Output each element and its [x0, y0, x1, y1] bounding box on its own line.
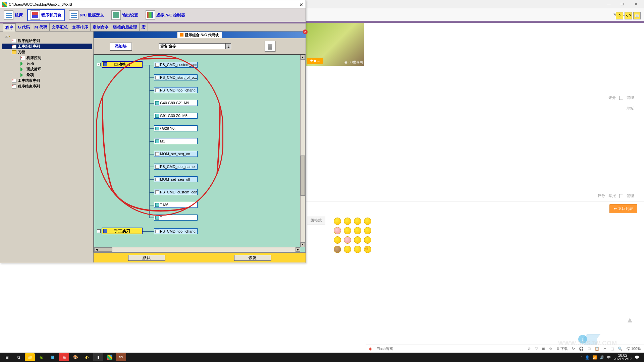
tree-item[interactable]: 机床控制 — [2, 55, 92, 61]
command-block[interactable]: / G28 Y0. — [154, 125, 198, 131]
manage-checkbox-2[interactable] — [619, 194, 623, 198]
tree-item[interactable]: 运动 — [2, 61, 92, 66]
command-block[interactable]: MOM_set_seq_on — [154, 151, 198, 157]
bg-maximize-button[interactable]: ☐ — [619, 2, 626, 7]
toolbar-machine[interactable]: 机床 — [1, 9, 26, 21]
vertical-scrollbar[interactable]: ▲ ▼ — [300, 55, 305, 247]
tree-item[interactable]: 工序起始序列 — [2, 44, 92, 49]
command-block[interactable]: PB_CMD_tool_chang... — [154, 87, 198, 93]
tray-chevron-icon[interactable]: ^ — [581, 355, 582, 359]
status-icon[interactable]: ⊞ — [542, 347, 545, 351]
report-label[interactable]: 举报 — [608, 193, 616, 198]
toolbar-virtual-nc[interactable]: 虚拟 N/C 控制器 — [143, 9, 189, 21]
thumbnail-image[interactable]: ★★… ◉ 3D世界网 — [305, 23, 364, 66]
command-block[interactable]: G40 G80 G21 M9 — [154, 100, 198, 106]
bg-minimize-button[interactable]: — — [605, 2, 612, 7]
taskbar-app[interactable]: ◐ — [82, 353, 92, 361]
tray-people-icon[interactable]: 👤 — [585, 355, 590, 360]
event-block[interactable]: 手工换刀 — [102, 228, 143, 234]
rating-label[interactable]: 评分 — [608, 95, 616, 100]
emoji-icon[interactable] — [344, 227, 351, 234]
subtab-program[interactable]: 程序 — [3, 23, 16, 32]
command-block[interactable]: PB_CMD_custom_com... — [154, 62, 198, 68]
taskbar-app[interactable]: ▮ — [93, 353, 103, 361]
horizontal-scrollbar[interactable]: ◀▶ — [94, 247, 300, 252]
taskbar-app[interactable]: 📁 — [25, 353, 35, 361]
tray-wifi-icon[interactable]: 📶 — [592, 355, 597, 360]
tree-item[interactable]: 杂项 — [2, 72, 92, 78]
subtab-mcode[interactable]: M 代码 — [32, 23, 49, 31]
emoji-icon[interactable] — [344, 218, 351, 225]
emoji-icon[interactable] — [364, 227, 371, 234]
tray-volume-icon[interactable]: 🔊 — [600, 355, 604, 360]
pointer-help-icon[interactable]: ↖? — [625, 12, 632, 19]
tree-item[interactable]: 工序结束序列 — [2, 78, 92, 83]
tray-clock[interactable]: 18:02 2021/12/17 — [613, 354, 632, 361]
block-canvas[interactable]: -自动换刀PB_CMD_custom_com...PB_CMD_start_of… — [94, 54, 306, 252]
emoji-icon[interactable] — [344, 236, 351, 244]
status-icon[interactable]: ⊡ — [588, 347, 591, 351]
emoji-icon[interactable] — [344, 246, 351, 253]
command-block[interactable]: PB_CMD_tool_name — [154, 164, 198, 170]
command-block[interactable]: T M6 — [154, 202, 198, 208]
emoji-icon[interactable] — [334, 227, 341, 234]
manage-label[interactable]: 管理 — [627, 95, 634, 100]
tree-item[interactable]: 现成循环 — [2, 66, 92, 72]
subtab-linked-post[interactable]: 链接的后处理 — [111, 23, 140, 31]
title-bar[interactable]: C:\Users\GUO\Desktop\GuoXL_3AXIS ✕ — [0, 0, 306, 8]
subtab-gcode[interactable]: G 代码 — [15, 23, 32, 31]
toolbar-nc-data[interactable]: N/C 数据定义 — [66, 9, 107, 21]
start-button[interactable]: ⊞ — [2, 353, 12, 361]
bg-close-button[interactable]: ✕ — [632, 2, 639, 7]
return-list-button[interactable]: ↩ 返回列表 — [609, 204, 637, 213]
combo-dropdown-icon[interactable]: ⭳ — [226, 43, 231, 49]
tree-item[interactable]: 刀径 — [2, 49, 92, 55]
emoji-icon[interactable] — [364, 236, 371, 244]
status-icon[interactable]: ↻ — [572, 347, 575, 351]
tree-root-toggle[interactable]: - — [2, 35, 92, 38]
tree-item[interactable]: 程序起始序列 — [2, 38, 92, 44]
download-icon[interactable]: ⬇ 下载 — [556, 346, 568, 351]
expand-icon[interactable]: - — [97, 63, 101, 66]
book-icon[interactable]: 📖 — [633, 12, 641, 19]
subtab-custom-cmd[interactable]: 定制命令 — [90, 23, 111, 31]
toolbar-output-settings[interactable]: 输出设置 — [108, 9, 141, 21]
subtab-word-summary[interactable]: 文字汇总 — [49, 23, 70, 31]
status-icon[interactable]: 📋 — [595, 347, 599, 351]
taskbar-app[interactable]: ◉ — [36, 353, 46, 361]
status-icon[interactable]: ✂ — [603, 347, 606, 351]
rating-checkbox[interactable] — [619, 96, 623, 100]
emoji-icon[interactable] — [364, 218, 371, 225]
command-combo[interactable]: ⭳ — [159, 43, 231, 49]
restore-button[interactable]: 恢复 — [234, 255, 271, 261]
status-icon[interactable]: ⊕ — [528, 347, 531, 351]
rocket-icon[interactable]: ▲ — [626, 315, 636, 328]
emoji-icon[interactable] — [334, 218, 341, 225]
command-block[interactable]: MOM_set_seq_off — [154, 176, 198, 182]
combo-input[interactable] — [159, 43, 226, 49]
command-block[interactable]: PB_CMD_custom_com... — [154, 189, 198, 195]
emoji-picker[interactable]: ✌ — [332, 216, 374, 255]
flash-label[interactable]: Flash游戏 — [377, 346, 393, 351]
command-block[interactable]: G91 G30 Z0. M5 — [154, 113, 198, 119]
expand-icon[interactable]: - — [97, 229, 101, 233]
taskview-button[interactable]: ⧉ — [13, 353, 23, 361]
zoom-level[interactable]: Ⓠ 100% — [627, 346, 641, 351]
tray-ime-icon[interactable]: 中 — [607, 355, 611, 360]
emoji-icon[interactable]: ✌ — [364, 246, 371, 253]
status-icon[interactable]: 🎧 — [579, 347, 584, 351]
event-block[interactable]: 自动换刀 — [102, 61, 143, 68]
windows-taskbar[interactable]: ⊞ ⧉ 📁 ◉ 🖩 福 🎨 ◐ ▮ NX ^ 👤 📶 🔊 中 18:02 202… — [0, 353, 644, 362]
delete-button[interactable]: ✕ — [265, 41, 275, 52]
emoji-icon[interactable] — [354, 236, 361, 244]
subtab-word-sequence[interactable]: 文字排序 — [70, 23, 91, 31]
taskbar-app[interactable]: 🖩 — [48, 353, 58, 361]
subtab-macro[interactable]: 宏 — [139, 23, 148, 31]
tree-item[interactable]: 程序结束序列 — [2, 83, 92, 89]
status-icon[interactable]: 🔍 — [618, 347, 623, 351]
emoji-icon[interactable] — [334, 236, 341, 244]
help-icon[interactable]: ? — [616, 12, 623, 19]
emoji-icon[interactable] — [354, 218, 361, 225]
status-icon[interactable]: ♡ — [535, 347, 538, 351]
system-tray[interactable]: ^ 👤 📶 🔊 中 18:02 2021/12/17 💬 — [581, 354, 642, 361]
